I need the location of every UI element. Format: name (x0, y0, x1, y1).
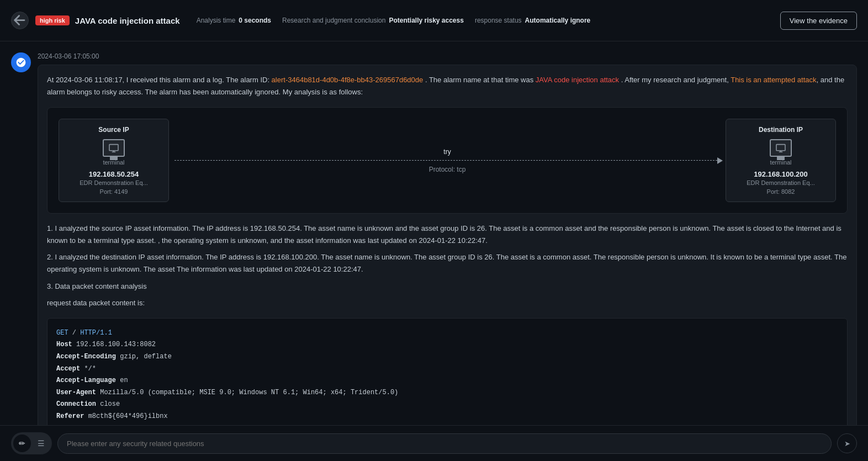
alarm-id-link[interactable]: alert-3464b81d-4d0b-4f8e-bb43-269567d6d0… (272, 76, 424, 84)
response-label: response status (475, 17, 522, 24)
code-connection-value: close (100, 400, 120, 408)
code-accept-label: Accept (56, 365, 80, 373)
header-meta: Analysis time 0 seconds Research and jud… (197, 17, 780, 24)
connection-line (174, 160, 720, 161)
analysis-time-value: 0 seconds (239, 17, 271, 24)
back-button[interactable] (11, 12, 29, 29)
judgment-value: Potentially risky access (389, 17, 463, 24)
code-accept-encoding-label: Accept-Encoding (56, 353, 116, 361)
source-device-name: EDR Demonstration Eq... (68, 179, 160, 186)
source-node: Source IP terminal 192.168. (59, 119, 169, 202)
response-status: response status Automatically ignore (475, 17, 590, 24)
code-host-value: 192.168.100.143:8082 (76, 341, 156, 348)
dest-title: Destination IP (735, 126, 827, 134)
action-btn-2[interactable]: ☰ (32, 434, 50, 452)
message-row: 2024-03-06 17:05:00 At 2024-03-06 11:08:… (11, 52, 857, 425)
network-diagram: Source IP terminal 192.168. (47, 107, 848, 214)
code-path: / (72, 329, 80, 337)
source-port: Port: 4149 (68, 188, 160, 195)
code-accept-line: Accept */* (56, 363, 838, 375)
view-evidence-button[interactable]: View the evidence (780, 12, 857, 30)
code-accept-encoding-line: Accept-Encoding gzip, deflate (56, 351, 838, 363)
message-card: At 2024-03-06 11:08:17, I received this … (38, 65, 857, 425)
dest-ip: 192.168.100.200 (735, 170, 827, 178)
source-icon: terminal (68, 139, 160, 166)
code-accept-lang-value: en (120, 377, 128, 384)
code-user-agent-value: Mozilla/5.0 (compatible; MSIE 9.0; Windo… (100, 389, 398, 396)
send-icon: ➤ (844, 439, 850, 448)
code-accept-encoding-value: gzip, deflate (120, 353, 172, 361)
code-accept-lang-label: Accept-Language (56, 377, 116, 384)
code-connection-line: Connection close (56, 399, 838, 411)
arrow-head-icon (717, 157, 723, 164)
code-method-line: GET / HTTP/1.1 (56, 327, 838, 340)
code-referer-label: Referer (56, 412, 84, 420)
svg-rect-0 (109, 145, 118, 151)
intro-prefix: At 2024-03-06 11:08:17, I received this … (47, 76, 272, 84)
message-content: 2024-03-06 17:05:00 At 2024-03-06 11:08:… (38, 52, 857, 425)
source-title: Source IP (68, 126, 160, 134)
code-user-agent-line: User-Agent Mozilla/5.0 (compatible; MSIE… (56, 387, 838, 399)
code-http-version: HTTP/1.1 (80, 329, 112, 337)
destination-node: Destination IP terminal 192 (726, 119, 836, 202)
code-connection-label: Connection (56, 400, 96, 408)
analysis-time-label: Analysis time (197, 17, 236, 24)
send-button[interactable]: ➤ (837, 433, 857, 453)
verdict-text: This is an attempted attack (731, 76, 816, 84)
message-timestamp: 2024-03-06 17:05:00 (38, 52, 857, 60)
code-host-line: Host 192.168.100.143:8082 (56, 339, 838, 351)
svg-rect-3 (776, 145, 785, 151)
bottom-bar: ✏ ☰ ➤ (0, 425, 868, 461)
dest-monitor-icon (770, 139, 792, 157)
judgment-label: Research and judgment conclusion (282, 17, 385, 24)
intro-text: At 2024-03-06 11:08:17, I received this … (47, 74, 848, 98)
analysis-point1: 1. I analyzed the source IP asset inform… (47, 222, 848, 247)
analysis-time: Analysis time 0 seconds (197, 17, 271, 24)
source-monitor-icon (103, 139, 125, 157)
request-label: request data packet content is: (47, 297, 848, 309)
code-referer-value: m8cth${604*496}ilbnx (88, 412, 168, 420)
response-value: Automatically ignore (525, 17, 591, 24)
bottom-actions: ✏ ☰ (11, 432, 52, 454)
code-host-label: Host (56, 341, 72, 348)
analysis-section: 1. I analyzed the source IP asset inform… (47, 222, 848, 309)
source-ip: 192.168.50.254 (68, 170, 160, 178)
judgment-conclusion: Research and judgment conclusion Potenti… (282, 17, 464, 24)
alarm-name-link: JAVA code injection attack (536, 76, 619, 84)
avatar (11, 52, 31, 72)
code-user-agent-label: User-Agent (56, 389, 96, 396)
connection-label-top: try (443, 148, 451, 156)
connection-protocol: Protocol: tcp (429, 166, 466, 173)
dest-port: Port: 8082 (735, 188, 827, 195)
intro-suffix: . After my research and judgment, (619, 76, 731, 84)
main-content: 2024-03-06 17:05:00 At 2024-03-06 11:08:… (0, 41, 868, 425)
page-title: JAVA code injection attack (75, 16, 180, 25)
dest-icon: terminal (735, 139, 827, 166)
analysis-point3: 3. Data packet content analysis (47, 280, 848, 293)
code-accept-value: */* (84, 365, 96, 373)
code-referer-line: Referer m8cth${604*496}ilbnx (56, 411, 838, 423)
analysis-point2: 2. I analyzed the destination IP asset i… (47, 251, 848, 275)
intro-middle: . The alarm name at that time was (423, 76, 536, 84)
action-btn-1[interactable]: ✏ (13, 434, 31, 452)
request-code-block: GET / HTTP/1.1 Host 192.168.100.143:8082… (47, 318, 848, 425)
code-accept-lang-line: Accept-Language en (56, 375, 838, 387)
code-method: GET (56, 329, 68, 337)
dest-device-name: EDR Demonstration Eq... (735, 179, 827, 186)
chat-input[interactable] (57, 433, 832, 454)
connection-area: try Protocol: tcp (169, 148, 726, 173)
risk-badge: high risk (35, 15, 70, 25)
page-header: high risk JAVA code injection attack Ana… (0, 0, 868, 41)
